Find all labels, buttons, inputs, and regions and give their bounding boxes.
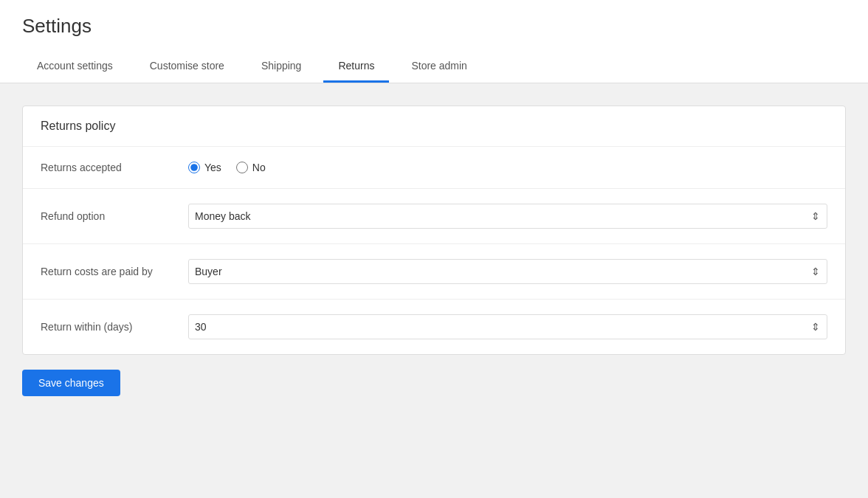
return-costs-select[interactable]: Buyer Seller Split bbox=[188, 259, 827, 284]
refund-option-select[interactable]: Money back Exchange Store credit bbox=[188, 204, 827, 229]
radio-yes-label: Yes bbox=[204, 162, 221, 173]
radio-yes-option[interactable]: Yes bbox=[188, 162, 221, 173]
returns-accepted-control: Yes No bbox=[188, 162, 827, 173]
header-area: Settings Account settings Customise stor… bbox=[0, 0, 868, 83]
card-title: Returns policy bbox=[41, 120, 115, 132]
return-costs-row: Return costs are paid by Buyer Seller Sp… bbox=[23, 244, 845, 300]
return-costs-select-wrapper: Buyer Seller Split ⇕ bbox=[188, 259, 827, 284]
return-within-select[interactable]: 7 14 30 60 90 bbox=[188, 314, 827, 339]
tab-account-settings[interactable]: Account settings bbox=[22, 51, 128, 83]
returns-accepted-label: Returns accepted bbox=[41, 162, 188, 173]
refund-option-row: Refund option Money back Exchange Store … bbox=[23, 189, 845, 244]
returns-policy-card: Returns policy Returns accepted Yes No bbox=[22, 106, 846, 355]
tab-customise-store[interactable]: Customise store bbox=[135, 51, 239, 83]
tabs-nav: Account settings Customise store Shippin… bbox=[22, 51, 846, 83]
refund-option-label: Refund option bbox=[41, 210, 188, 222]
card-body: Returns accepted Yes No Refund option bbox=[23, 147, 845, 354]
radio-yes-input[interactable] bbox=[188, 162, 200, 173]
tab-returns[interactable]: Returns bbox=[323, 51, 389, 83]
radio-no-input[interactable] bbox=[236, 162, 248, 173]
tab-store-admin[interactable]: Store admin bbox=[396, 51, 481, 83]
return-within-label: Return within (days) bbox=[41, 321, 188, 333]
page-title: Settings bbox=[22, 15, 846, 38]
return-costs-label: Return costs are paid by bbox=[41, 266, 188, 277]
radio-no-label: No bbox=[252, 162, 266, 173]
radio-no-option[interactable]: No bbox=[236, 162, 266, 173]
return-within-control: 7 14 30 60 90 ⇕ bbox=[188, 314, 827, 339]
tab-shipping[interactable]: Shipping bbox=[247, 51, 317, 83]
main-content: Returns policy Returns accepted Yes No bbox=[0, 83, 868, 418]
return-within-row: Return within (days) 7 14 30 60 90 ⇕ bbox=[23, 300, 845, 354]
returns-accepted-row: Returns accepted Yes No bbox=[23, 147, 845, 189]
return-within-select-wrapper: 7 14 30 60 90 ⇕ bbox=[188, 314, 827, 339]
save-changes-button[interactable]: Save changes bbox=[22, 370, 120, 396]
refund-option-control: Money back Exchange Store credit ⇕ bbox=[188, 204, 827, 229]
refund-option-select-wrapper: Money back Exchange Store credit ⇕ bbox=[188, 204, 827, 229]
return-costs-control: Buyer Seller Split ⇕ bbox=[188, 259, 827, 284]
card-header: Returns policy bbox=[23, 106, 845, 147]
